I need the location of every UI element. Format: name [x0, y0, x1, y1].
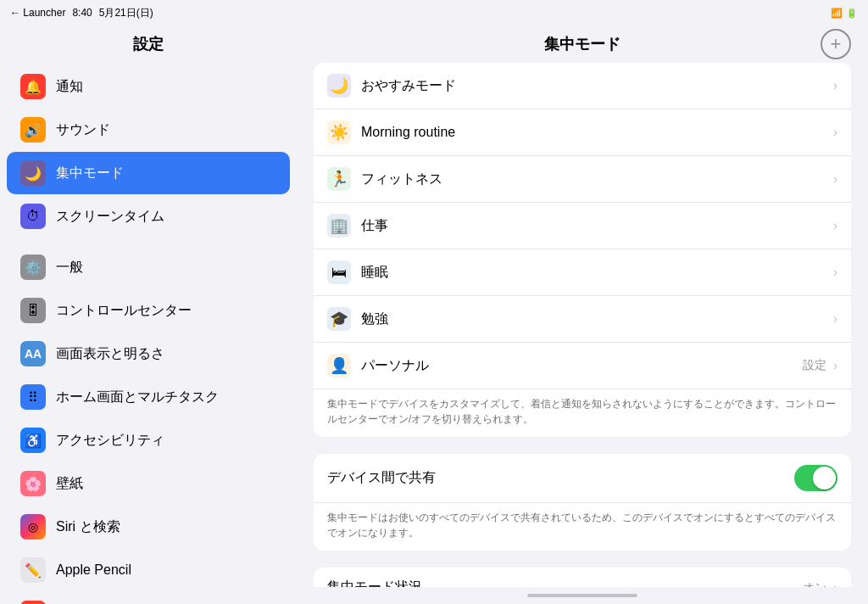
focus-status-card: 集中モード状況 オン › App で許可すると、集中モード使用中は通知されないよ… [314, 568, 851, 587]
focus-mode-fitness[interactable]: 🏃 フィットネス › [314, 156, 851, 203]
right-content: 🌙 おやすみモード › ☀️ Morning routine › 🏃 フィットネ… [297, 63, 868, 587]
fitness-chevron: › [833, 171, 837, 187]
pencil-icon: ✏️ [20, 557, 46, 583]
right-header: 集中モード + [297, 25, 868, 63]
sidebar-item-accessibility[interactable]: ♿ アクセシビリティ [7, 419, 290, 461]
status-bar: ← Launcher 8:40 5月21日(日) 📶 🔋 [0, 0, 868, 25]
focus-label-study: 勉強 [361, 310, 833, 328]
sidebar-label-focus: 集中モード [56, 165, 124, 182]
sidebar-label-pencil: Apple Pencil [56, 562, 131, 578]
accessibility-icon: ♿ [20, 428, 46, 453]
sidebar-item-sound[interactable]: 🔊 サウンド [7, 109, 290, 151]
sidebar-label-siri: Siri と検索 [56, 518, 120, 536]
sidebar-label-screentime: スクリーンタイム [56, 208, 164, 226]
add-focus-mode-button[interactable]: + [821, 29, 851, 59]
sidebar-item-pencil[interactable]: ✏️ Apple Pencil [7, 549, 290, 591]
right-panel-title: 集中モード [544, 34, 620, 54]
status-date: 5月21日(日) [99, 6, 153, 20]
focus-label-morning: Morning routine [361, 125, 833, 140]
display-icon: AA [20, 341, 46, 366]
home-indicator [297, 587, 868, 604]
status-bar-left: ← Launcher 8:40 5月21日(日) [10, 6, 153, 20]
morning-chevron: › [833, 125, 837, 140]
donotdisturb-icon: 🌙 [327, 74, 351, 98]
fitness-icon: 🏃 [327, 167, 351, 191]
sidebar-item-focus[interactable]: 🌙 集中モード [7, 152, 290, 194]
focus-mode-donotdisturb[interactable]: 🌙 おやすみモード › [314, 63, 851, 109]
sleep-icon: 🛏 [327, 260, 351, 284]
launcher-back[interactable]: ← Launcher [10, 7, 65, 19]
sidebar-label-sound: サウンド [56, 121, 110, 139]
personal-right: 設定 › [803, 358, 837, 373]
share-toggle-container [794, 465, 837, 491]
focus-label-sleep: 睡眠 [361, 264, 833, 282]
sidebar-title: 設定 [0, 25, 297, 64]
sidebar-item-wallpaper[interactable]: 🌸 壁紙 [7, 462, 290, 505]
main-layout: 設定 🔔 通知 🔊 サウンド 🌙 集中モード ⏱ スクリーンタイム [0, 25, 868, 604]
battery-status: 🔋 [846, 8, 858, 19]
sidebar-section-bottom: ⚙️ 一般 🎛 コントロールセンター AA 画面表示と明るさ ⠿ ホーム画面とマ… [0, 245, 297, 604]
sidebar-label-accessibility: アクセシビリティ [56, 432, 164, 450]
sidebar-label-home: ホーム画面とマルチタスク [56, 389, 219, 406]
work-icon: 🏢 [327, 214, 351, 238]
focus-label-fitness: フィットネス [361, 171, 833, 188]
toggle-knob [813, 467, 836, 489]
focus-icon: 🌙 [20, 160, 46, 186]
focus-label-personal: パーソナル [361, 357, 803, 375]
sidebar-item-touchid[interactable]: 👆 Touch ID とパスコード [7, 592, 290, 604]
focus-mode-morning[interactable]: ☀️ Morning routine › [314, 109, 851, 156]
sidebar-label-display: 画面表示と明るさ [56, 345, 164, 363]
sound-icon: 🔊 [20, 117, 46, 143]
focus-status-right: オン › [803, 580, 837, 588]
sidebar-label-general: 一般 [56, 259, 83, 277]
focus-label-donotdisturb: おやすみモード [361, 77, 833, 95]
focus-status-label: 集中モード状況 [327, 579, 803, 587]
share-devices-description: 集中モードはお使いのすべてのデバイスで共有されているため、このデバイスでオンにす… [314, 503, 851, 551]
general-icon: ⚙️ [20, 254, 46, 280]
donotdisturb-chevron: › [833, 78, 837, 93]
focus-mode-sleep[interactable]: 🛏 睡眠 › [314, 249, 851, 296]
share-devices-label: デバイス間で共有 [327, 469, 794, 487]
sidebar-item-display[interactable]: AA 画面表示と明るさ [7, 333, 290, 375]
personal-setting-label: 設定 [803, 358, 826, 373]
study-icon: 🎓 [327, 307, 351, 331]
home-bar [527, 594, 637, 597]
focus-status-row[interactable]: 集中モード状況 オン › [314, 568, 851, 587]
sidebar-label-notifications: 通知 [56, 78, 83, 96]
share-toggle[interactable] [794, 465, 837, 491]
focus-label-work: 仕事 [361, 217, 833, 235]
share-devices-card: デバイス間で共有 集中モードはお使いのすべてのデバイスで共有されているため、この… [314, 454, 851, 551]
sidebar-item-general[interactable]: ⚙️ 一般 [7, 246, 290, 288]
sidebar-item-control[interactable]: 🎛 コントロールセンター [7, 289, 290, 332]
notifications-icon: 🔔 [20, 74, 46, 99]
sidebar-item-screentime[interactable]: ⏱ スクリーンタイム [7, 195, 290, 238]
status-bar-right: 📶 🔋 [831, 8, 858, 19]
work-chevron: › [833, 218, 837, 233]
sidebar-label-control: コントロールセンター [56, 302, 192, 320]
home-icon: ⠿ [20, 384, 46, 410]
touchid-icon: 👆 [20, 601, 46, 604]
sidebar-item-notifications[interactable]: 🔔 通知 [7, 65, 290, 108]
right-panel: 集中モード + 🌙 おやすみモード › ☀️ Morning routine › [297, 25, 868, 604]
morning-icon: ☀️ [327, 120, 351, 144]
focus-mode-work[interactable]: 🏢 仕事 › [314, 203, 851, 249]
focus-modes-card: 🌙 おやすみモード › ☀️ Morning routine › 🏃 フィットネ… [314, 63, 851, 437]
sidebar: 設定 🔔 通知 🔊 サウンド 🌙 集中モード ⏱ スクリーンタイム [0, 25, 297, 604]
siri-icon: ◎ [20, 514, 46, 540]
sleep-chevron: › [833, 265, 837, 280]
personal-icon: 👤 [327, 354, 351, 378]
focus-status-value: オン [803, 580, 826, 588]
study-chevron: › [833, 311, 837, 327]
sidebar-item-home[interactable]: ⠿ ホーム画面とマルチタスク [7, 376, 290, 418]
sidebar-item-siri[interactable]: ◎ Siri と検索 [7, 506, 290, 548]
sidebar-label-wallpaper: 壁紙 [56, 475, 83, 493]
status-time: 8:40 [72, 7, 92, 19]
control-icon: 🎛 [20, 298, 46, 323]
screentime-icon: ⏱ [20, 204, 46, 229]
share-toggle-row[interactable]: デバイス間で共有 [314, 454, 851, 503]
sidebar-section-top: 🔔 通知 🔊 サウンド 🌙 集中モード ⏱ スクリーンタイム [0, 64, 297, 238]
wallpaper-icon: 🌸 [20, 471, 46, 496]
focus-mode-study[interactable]: 🎓 勉強 › [314, 296, 851, 343]
focus-mode-personal[interactable]: 👤 パーソナル 設定 › [314, 343, 851, 389]
wifi-icon: 📶 [831, 8, 843, 19]
